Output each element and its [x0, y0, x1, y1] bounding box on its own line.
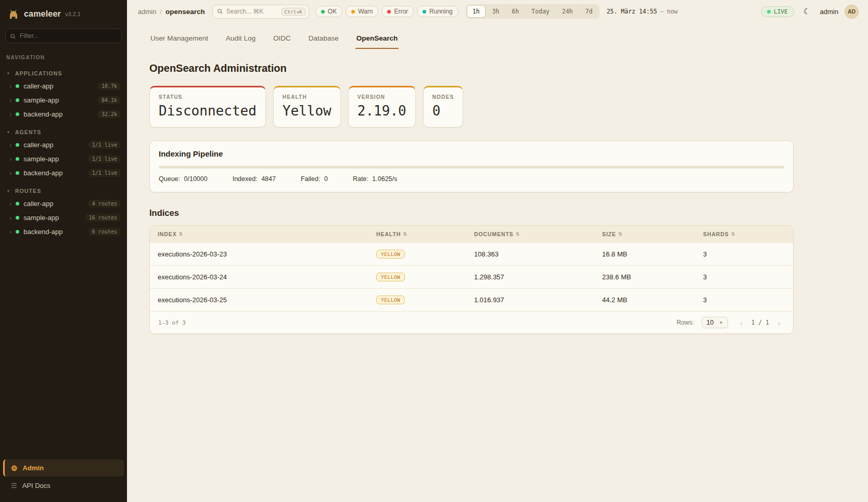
cell-index: executions-2026-03-25: [158, 289, 376, 311]
sidebar-item-badge: 6 routes: [88, 228, 121, 236]
tab-audit-log[interactable]: Audit Log: [225, 29, 257, 49]
tab-user-management[interactable]: User Management: [149, 29, 209, 49]
filter-pill-running[interactable]: Running: [417, 6, 458, 17]
column-header-index[interactable]: INDEX ⇅: [158, 226, 376, 242]
time-range-today[interactable]: Today: [526, 5, 555, 18]
time-current: 25. März 14:55: [607, 8, 657, 15]
avatar[interactable]: AD: [845, 5, 859, 19]
time-range-display[interactable]: 25. März 14:55—now: [607, 8, 678, 15]
search-shortcut-badge: Ctrl+K: [282, 8, 305, 16]
live-toggle[interactable]: LIVE: [761, 6, 794, 17]
sidebar-item-app-caller[interactable]: › caller-app 10.7k: [0, 79, 127, 93]
column-header-size[interactable]: SIZE ⇅: [602, 226, 703, 242]
indexing-pipeline-card: Indexing Pipeline Queue: 0/10000 Indexed…: [149, 140, 794, 192]
column-label: SIZE: [602, 231, 616, 237]
time-range-6h[interactable]: 6h: [506, 5, 525, 18]
sidebar-item-route-caller[interactable]: › caller-app 4 routes: [0, 197, 127, 211]
sidebar-item-label: API Docs: [22, 482, 50, 490]
pipeline-progress-bar: [159, 166, 784, 169]
column-header-documents[interactable]: DOCUMENTS ⇅: [474, 226, 602, 242]
page-indicator: 1 / 1: [751, 319, 769, 326]
rows-per-page-value: 10: [707, 319, 714, 326]
time-range-1h[interactable]: 1h: [467, 5, 486, 18]
sidebar-item-label: backend-app: [23, 110, 94, 118]
sidebar-item-badge: 1/1 live: [88, 169, 121, 177]
search-placeholder: Search... ⌘K: [226, 8, 278, 15]
stat-label: Queue:: [159, 175, 180, 183]
global-search-input[interactable]: Search... ⌘K Ctrl+K: [212, 5, 309, 19]
nav-section-agents: ▼ AGENTS › caller-app 1/1 live › sample-…: [0, 126, 127, 180]
chevron-down-icon: ▼: [6, 71, 10, 76]
indices-heading: Indices: [149, 208, 868, 218]
app-name: cameleer: [24, 9, 61, 19]
breadcrumb: admin / opensearch: [138, 8, 205, 16]
pipeline-stat-indexed: Indexed: 4847: [233, 175, 276, 183]
tab-database[interactable]: Database: [308, 29, 340, 49]
chevron-down-icon: ▼: [6, 189, 10, 194]
section-header-applications[interactable]: ▼ APPLICATIONS: [0, 68, 127, 79]
time-range-7d[interactable]: 7d: [580, 5, 598, 18]
sidebar-item-label: sample-app: [23, 96, 94, 104]
warn-status-dot: [351, 10, 355, 14]
dark-mode-toggle[interactable]: ☾: [800, 5, 814, 18]
sort-icon: ⇅: [179, 231, 183, 237]
indices-table: INDEX ⇅ HEALTH ⇅ DOCUMENTS ⇅ SIZE ⇅ SHAR…: [149, 225, 794, 334]
time-range-3h[interactable]: 3h: [487, 5, 505, 18]
sidebar-item-route-backend[interactable]: › backend-app 6 routes: [0, 225, 127, 239]
cell-index: executions-2026-03-24: [158, 266, 376, 288]
sidebar-item-api-docs[interactable]: ☰ API Docs: [3, 477, 124, 495]
column-header-health[interactable]: HEALTH ⇅: [376, 226, 474, 242]
sidebar-item-agent-backend[interactable]: › backend-app 1/1 live: [0, 166, 127, 180]
filter-pill-warn[interactable]: Warn: [346, 6, 378, 17]
filter-pill-ok[interactable]: OK: [315, 6, 342, 17]
section-header-agents[interactable]: ▼ AGENTS: [0, 126, 127, 138]
sidebar-item-label: caller-app: [23, 200, 84, 208]
status-dot: [16, 216, 19, 220]
nav-section-applications: ▼ APPLICATIONS › caller-app 10.7k › samp…: [0, 68, 127, 121]
column-label: HEALTH: [376, 231, 401, 237]
time-separator: —: [660, 8, 664, 15]
error-status-dot: [387, 10, 391, 14]
sidebar-item-agent-sample[interactable]: › sample-app 1/1 live: [0, 152, 127, 166]
sidebar-item-admin[interactable]: ⚙ Admin: [3, 459, 124, 477]
sidebar-item-app-sample[interactable]: › sample-app 84.1k: [0, 93, 127, 107]
section-header-routes[interactable]: ▼ ROUTES: [0, 185, 127, 197]
breadcrumb-current: opensearch: [165, 8, 205, 16]
filter-input[interactable]: [5, 29, 122, 43]
pagination: ‹ 1 / 1 ›: [735, 317, 785, 328]
sidebar-item-label: backend-app: [23, 169, 84, 177]
next-page-button[interactable]: ›: [773, 317, 785, 328]
sidebar-item-agent-caller[interactable]: › caller-app 1/1 live: [0, 138, 127, 152]
column-header-shards[interactable]: SHARDS ⇅: [703, 226, 793, 242]
stat-label: HEALTH: [283, 94, 331, 100]
rows-per-page-select[interactable]: 10 ▼: [701, 317, 729, 328]
health-badge: YELLOW: [376, 250, 405, 259]
sidebar-item-route-sample[interactable]: › sample-app 16 routes: [0, 211, 127, 225]
chevron-right-icon: ›: [9, 156, 11, 162]
status-dot: [16, 98, 19, 102]
sort-icon: ⇅: [731, 231, 735, 237]
breadcrumb-parent[interactable]: admin: [138, 8, 156, 16]
filter-pill-error[interactable]: Error: [381, 6, 414, 17]
admin-tabs: User Management Audit Log OIDC Database …: [146, 29, 868, 49]
time-range-24h[interactable]: 24h: [556, 5, 579, 18]
pipeline-stat-failed: Failed: 0: [301, 175, 328, 183]
stat-label: Failed:: [301, 175, 321, 183]
stat-value: Yellow: [283, 103, 331, 119]
pipeline-stat-queue: Queue: 0/10000: [159, 175, 208, 183]
sidebar-item-app-backend[interactable]: › backend-app 32.2k: [0, 107, 127, 121]
cell-shards: 3: [703, 266, 793, 288]
sidebar-item-badge: 1/1 live: [88, 155, 121, 163]
main-area: admin / opensearch Search... ⌘K Ctrl+K O…: [127, 0, 868, 502]
stat-card-status: STATUS Disconnected: [149, 86, 266, 127]
sidebar-item-label: sample-app: [23, 155, 84, 163]
column-label: SHARDS: [703, 231, 729, 237]
tab-opensearch[interactable]: OpenSearch: [355, 29, 399, 49]
chevron-right-icon: ›: [9, 111, 11, 118]
chevron-down-icon: ▼: [6, 130, 10, 135]
previous-page-button[interactable]: ‹: [735, 317, 747, 328]
chevron-down-icon: ▼: [719, 320, 723, 325]
status-dot: [16, 157, 19, 161]
tab-oidc[interactable]: OIDC: [272, 29, 292, 49]
table-footer: 1-3 of 3 Rows: 10 ▼ ‹ 1 / 1 ›: [150, 311, 793, 333]
